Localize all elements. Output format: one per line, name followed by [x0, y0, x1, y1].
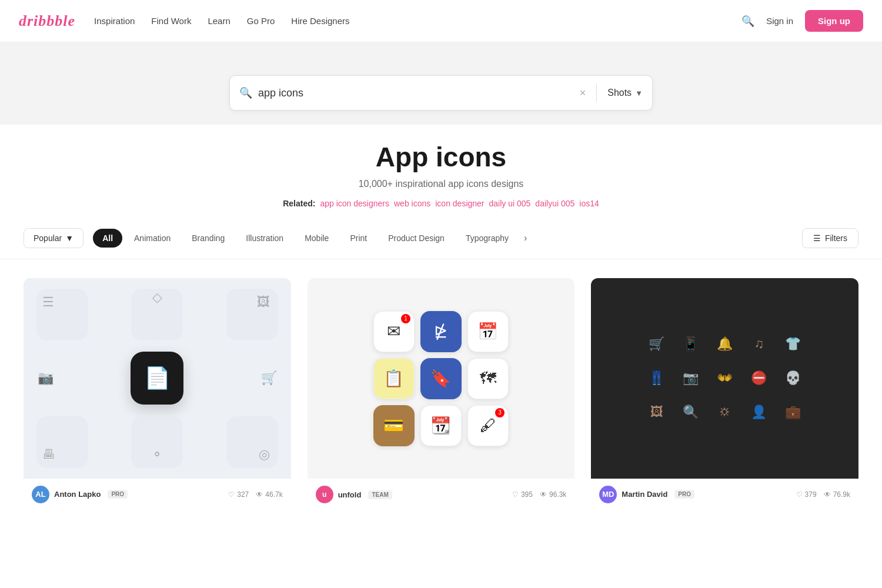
- author-badge-1: PRO: [108, 490, 128, 499]
- cat-tab-typography[interactable]: Typography: [456, 229, 518, 248]
- heart-icon-2: ♡: [512, 490, 519, 499]
- related-icon-designer[interactable]: icon designer: [435, 199, 484, 208]
- shot-stats-3: ♡ 379 👁 76.9k: [796, 490, 850, 499]
- navbar-left: dribbble Inspiration Find Work Learn Go …: [19, 12, 350, 30]
- cat-tab-mobile[interactable]: Mobile: [295, 229, 338, 248]
- likes-stat-1: ♡ 327: [228, 490, 249, 499]
- sort-chevron-icon: ▼: [65, 233, 74, 243]
- dark-icon-grid: 🛒 📱 🔔 ♫ 👕 👖 📷 👐 ⛔ 💀 🖼 🔍 ⛭ 👤: [644, 332, 806, 425]
- views-stat-3: 👁 76.9k: [824, 490, 850, 499]
- cat-tab-print[interactable]: Print: [340, 229, 376, 248]
- scatter-icon-8: 🛒: [261, 370, 277, 386]
- related-app-icon-designers[interactable]: app icon designers: [320, 199, 389, 208]
- likes-stat-2: ♡ 395: [512, 490, 533, 499]
- author-name-3[interactable]: Martin David: [622, 490, 667, 499]
- app-icon-grid: ✉ 1 ⋭ 📅 📋 �: [373, 311, 509, 446]
- search-bar-icon: 🔍: [239, 86, 252, 99]
- signup-button[interactable]: Sign up: [805, 10, 863, 32]
- related-daily-ui-005[interactable]: daily ui 005: [489, 199, 531, 208]
- shot-author-2: u unfold TEAM: [316, 486, 392, 503]
- eye-icon-2: 👁: [540, 490, 547, 499]
- navbar-right: 🔍 Sign in Sign up: [741, 10, 863, 32]
- nav-gopro[interactable]: Go Pro: [247, 16, 275, 26]
- shot-image-3: 🛒 📱 🔔 ♫ 👕 👖 📷 👐 ⛔ 💀 🖼 🔍 ⛭ 👤: [591, 278, 858, 479]
- views-count-1: 46.7k: [265, 490, 282, 499]
- dark-icon-3: 🔔: [713, 332, 737, 356]
- shot-footer-2: u unfold TEAM ♡ 395 👁 96.3k: [308, 479, 575, 509]
- category-tabs: All Animation Branding Illustration Mobi…: [93, 229, 530, 248]
- clear-search-button[interactable]: ×: [580, 87, 586, 99]
- filters-button[interactable]: ☰ Filters: [802, 228, 858, 248]
- app-icon-calendar-green: 📅: [467, 311, 509, 352]
- dark-icon-7: 📷: [679, 366, 703, 390]
- related-web-icons[interactable]: web icons: [394, 199, 430, 208]
- filters-label: Filters: [825, 233, 847, 243]
- author-badge-3: PRO: [674, 490, 694, 499]
- author-avatar-1: AL: [32, 486, 49, 503]
- shot-card-3[interactable]: 🛒 📱 🔔 ♫ 👕 👖 📷 👐 ⛔ 💀 🖼 🔍 ⛭ 👤: [591, 278, 858, 509]
- dark-icon-1: 🛒: [644, 332, 669, 356]
- filters-icon: ☰: [813, 233, 821, 243]
- dark-icon-2: 📱: [679, 332, 703, 356]
- views-count-3: 76.9k: [833, 490, 850, 499]
- search-input[interactable]: [258, 87, 574, 99]
- shot-card-1[interactable]: ☰ ◇ 🖼 🖶 ⚬ ◎ 📷 🛒 📄 AL Anton: [24, 278, 291, 509]
- heart-icon-1: ♡: [228, 490, 235, 499]
- cat-tab-animation[interactable]: Animation: [125, 229, 180, 248]
- app-icon-mail: ✉ 1: [373, 311, 415, 352]
- shot-stats-2: ♡ 395 👁 96.3k: [512, 490, 566, 499]
- card3-visual: 🛒 📱 🔔 ♫ 👕 👖 📷 👐 ⛔ 💀 🖼 🔍 ⛭ 👤: [591, 278, 858, 479]
- page-title: App icons: [0, 141, 882, 173]
- sort-label: Popular: [34, 233, 62, 243]
- related-ios14[interactable]: ios14: [579, 199, 599, 208]
- dark-icon-10: 💀: [781, 366, 806, 390]
- search-bar-wrap: 🔍 × Shots ▼: [0, 66, 882, 125]
- nav-hiredesigners[interactable]: Hire Designers: [291, 16, 349, 26]
- nav-inspiration[interactable]: Inspiration: [94, 16, 135, 26]
- app-icon-reminders: 🖋 3: [467, 405, 509, 446]
- more-categories-arrow[interactable]: ›: [520, 229, 530, 247]
- dark-icon-8: 👐: [713, 366, 737, 390]
- search-type-label: Shots: [607, 88, 632, 98]
- sort-popular-button[interactable]: Popular ▼: [24, 228, 83, 248]
- nav-findwork[interactable]: Find Work: [151, 16, 191, 26]
- cat-tab-all[interactable]: All: [93, 229, 122, 248]
- dark-icon-14: 👤: [747, 400, 771, 425]
- author-avatar-2: u: [316, 486, 333, 503]
- app-icon-cal2: 📆: [420, 405, 462, 446]
- shot-author-1: AL Anton Lapko PRO: [32, 486, 128, 503]
- hero-section: 🔍 × Shots ▼: [0, 42, 882, 125]
- author-badge-2: TEAM: [368, 490, 392, 499]
- likes-stat-3: ♡ 379: [796, 490, 817, 499]
- app-icon-notes: 📋: [373, 358, 415, 399]
- cat-tab-branding[interactable]: Branding: [182, 229, 234, 248]
- shot-image-2: ✉ 1 ⋭ 📅 📋 �: [308, 278, 575, 479]
- cat-tab-illustration[interactable]: Illustration: [236, 229, 293, 248]
- search-type-dropdown[interactable]: Shots ▼: [607, 88, 643, 98]
- main-content: ☰ ◇ 🖼 🖶 ⚬ ◎ 📷 🛒 📄 AL Anton: [0, 259, 882, 528]
- search-bar: 🔍 × Shots ▼: [229, 75, 653, 111]
- author-name-1[interactable]: Anton Lapko: [54, 490, 101, 499]
- card1-visual: ☰ ◇ 🖼 🖶 ⚬ ◎ 📷 🛒 📄: [24, 278, 291, 479]
- dark-icon-13: ⛭: [713, 400, 737, 425]
- related-row: Related: app icon designers web icons ic…: [0, 199, 882, 208]
- app-icon-maps: 🗺: [467, 358, 509, 399]
- likes-count-1: 327: [237, 490, 249, 499]
- signin-link[interactable]: Sign in: [766, 16, 793, 26]
- page-subtitle: 10,000+ inspirational app icons designs: [0, 179, 882, 189]
- related-label: Related:: [283, 199, 315, 208]
- logo[interactable]: dribbble: [19, 12, 75, 30]
- related-dailyui-005[interactable]: dailyui 005: [535, 199, 574, 208]
- shot-footer-1: AL Anton Lapko PRO ♡ 327 👁 46.7k: [24, 479, 291, 509]
- shot-card-2[interactable]: ✉ 1 ⋭ 📅 📋 �: [308, 278, 575, 509]
- nav-learn[interactable]: Learn: [208, 16, 230, 26]
- shots-grid: ☰ ◇ 🖼 🖶 ⚬ ◎ 📷 🛒 📄 AL Anton: [24, 278, 858, 509]
- cat-tab-product-design[interactable]: Product Design: [379, 229, 454, 248]
- shot-image-1: ☰ ◇ 🖼 🖶 ⚬ ◎ 📷 🛒 📄: [24, 278, 291, 479]
- views-stat-1: 👁 46.7k: [256, 490, 282, 499]
- center-app-icon: 📄: [131, 352, 183, 405]
- search-icon[interactable]: 🔍: [741, 15, 754, 28]
- filter-bar: Popular ▼ All Animation Branding Illustr…: [0, 218, 882, 259]
- app-icon-bible: 🔖: [420, 358, 462, 399]
- author-name-2[interactable]: unfold: [338, 490, 362, 499]
